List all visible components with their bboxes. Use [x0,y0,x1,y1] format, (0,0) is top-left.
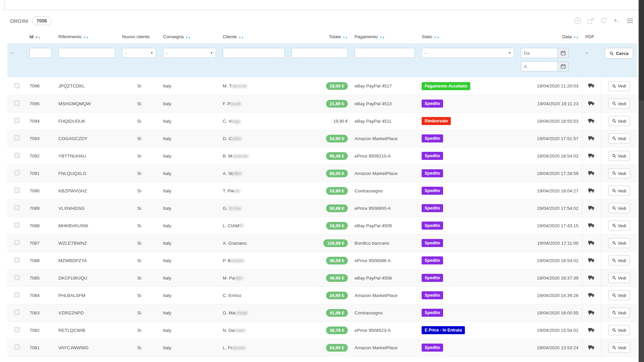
column-header-date[interactable]: Data▼▲ [518,29,582,43]
delivery-truck-icon[interactable] [588,275,595,280]
view-order-button[interactable]: Vedi [608,290,630,300]
column-header-reference[interactable]: Riferimento▼▲ [55,29,119,43]
filter-payment-input[interactable] [355,48,415,58]
delivery-truck-icon[interactable] [588,101,595,106]
export-icon[interactable] [587,17,595,25]
filter-delivery-select[interactable]: -▼ [163,48,216,58]
row-checkbox[interactable] [14,345,19,350]
add-order-icon[interactable] [574,17,582,25]
cell-reference: JPQZTCDKL [55,77,119,95]
cell-payment: Amazon MarketPlace [351,339,418,356]
vertical-scrollbar[interactable] [639,0,644,362]
view-order-button[interactable]: Vedi [608,255,630,265]
delivery-truck-icon[interactable] [588,257,595,263]
view-order-button[interactable]: Vedi [608,151,630,161]
filter-total-input[interactable] [291,48,348,58]
total-badge: 21,89 € [326,100,348,108]
view-order-button[interactable]: Vedi [608,221,630,231]
delivery-truck-icon[interactable] [588,345,595,350]
sort-carets-icon[interactable]: ▼▲ [185,34,191,39]
sort-carets-icon[interactable]: ▼▲ [342,34,348,39]
column-header-total[interactable]: Totale▼▲ [288,29,351,43]
filter-reference-input[interactable] [58,48,115,58]
column-header-status[interactable]: Stato▼▲ [418,29,518,43]
delivery-truck-icon[interactable] [588,327,595,333]
cell-checkbox [7,165,26,182]
filter-id-input[interactable] [30,48,52,58]
sort-carets-icon[interactable]: ▼▲ [434,34,439,39]
row-checkbox[interactable] [14,170,19,175]
row-checkbox[interactable] [14,153,19,158]
filter-status-select[interactable]: -▼ [422,48,514,58]
refresh-icon[interactable] [600,17,608,25]
sql-console-icon[interactable]: >_ [613,17,621,25]
column-header-customer[interactable]: Cliente▼▲ [219,29,288,43]
sort-carets-icon[interactable]: ▼▲ [83,34,89,39]
delivery-truck-icon[interactable] [588,83,595,88]
date-from-input[interactable] [521,48,558,58]
sort-carets-icon[interactable]: ▼▲ [35,34,41,39]
delivery-truck-icon[interactable] [588,223,595,228]
cell-new-customer: Si [119,95,160,112]
view-order-button[interactable]: Vedi [608,343,630,353]
view-order-button[interactable]: Vedi [608,186,630,196]
delivery-truck-icon[interactable] [588,170,595,176]
view-order-button[interactable]: Vedi [608,81,630,91]
delivery-truck-icon[interactable] [588,153,595,158]
row-checkbox[interactable] [14,292,19,297]
delivery-truck-icon[interactable] [588,310,595,315]
search-button[interactable]: Cerca [605,48,633,59]
cell-total: 24,90 € [288,287,351,304]
cell-customer: G. Di Dio [219,199,288,217]
sort-carets-icon[interactable]: ▼▲ [379,34,385,39]
cell-actions: Vedi [601,269,637,287]
cell-delivery: Italy [160,147,219,165]
column-header-payment[interactable]: Pagamento▼▲ [351,29,418,43]
filter-new-customer-select[interactable]: -▼ [122,48,156,58]
cell-order-id: 7087 [26,234,55,252]
status-badge: Spedito [422,309,443,317]
delivery-truck-icon[interactable] [588,188,595,193]
calendar-icon[interactable] [558,48,569,58]
delivery-truck-icon[interactable] [588,292,595,298]
row-checkbox[interactable] [14,240,19,245]
view-order-button[interactable]: Vedi [608,273,630,283]
row-checkbox[interactable] [14,257,19,262]
row-checkbox[interactable] [14,188,19,193]
cell-customer: L. CIAMPI [219,217,288,234]
row-checkbox[interactable] [14,310,19,315]
row-checkbox[interactable] [14,101,19,106]
row-checkbox[interactable] [14,223,19,228]
cell-delivery: Italy [160,77,219,95]
filter-customer-input[interactable] [223,48,285,58]
scrollbar-thumb[interactable] [639,0,644,101]
row-checkbox[interactable] [14,135,19,140]
list-menu-icon[interactable] [626,17,634,25]
view-order-button[interactable]: Vedi [608,325,630,335]
column-header-id[interactable]: Id▼▲ [26,29,55,43]
row-checkbox[interactable] [14,83,19,88]
sort-carets-icon[interactable]: ▼▲ [573,34,579,39]
view-order-button[interactable]: Vedi [608,238,630,248]
sort-carets-icon[interactable]: ▼▲ [238,34,244,39]
cell-total: 18,00 € [288,217,351,234]
delivery-truck-icon[interactable] [588,118,595,123]
view-order-button[interactable]: Vedi [608,133,630,143]
column-header-delivery[interactable]: Consegna▼▲ [160,29,219,43]
delivery-truck-icon[interactable] [588,240,595,245]
view-order-button[interactable]: Vedi [608,168,630,178]
status-badge: Spedito [422,222,443,230]
row-checkbox[interactable] [14,327,19,332]
column-label: Pagamento [355,34,378,39]
view-order-button[interactable]: Vedi [608,203,630,213]
row-checkbox[interactable] [14,205,19,210]
row-checkbox[interactable] [14,275,19,280]
calendar-icon[interactable] [558,61,569,71]
view-order-button[interactable]: Vedi [608,116,630,126]
date-to-input[interactable] [521,61,558,71]
delivery-truck-icon[interactable] [588,135,595,141]
row-checkbox[interactable] [14,118,19,123]
delivery-truck-icon[interactable] [588,205,595,210]
view-order-button[interactable]: Vedi [608,308,630,318]
view-order-button[interactable]: Vedi [608,99,630,109]
